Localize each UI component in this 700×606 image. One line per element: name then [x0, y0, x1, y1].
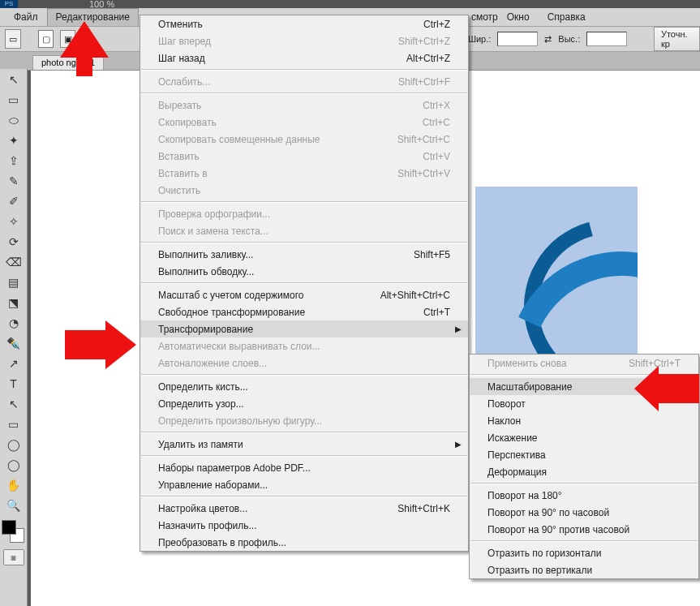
edit-menu-item-32[interactable]: Управление наборами...: [140, 476, 468, 493]
tool-8[interactable]: ⟳: [2, 232, 26, 251]
edit-menu-item-17[interactable]: Выполнить обводку...: [140, 263, 468, 280]
transform-submenu-item-11[interactable]: Поворот на 90° против часовой: [470, 521, 698, 538]
height-label: Выс.:: [558, 34, 580, 44]
menu-item-label: Отразить по вертикали: [487, 565, 592, 576]
swap-wh-icon[interactable]: ⇄: [544, 34, 552, 45]
menu-window[interactable]: Окно: [498, 8, 539, 26]
tool-11[interactable]: ⬔: [2, 293, 26, 312]
menu-item-shortcut: Shift+Ctrl+K: [397, 503, 450, 514]
color-swatches[interactable]: [2, 520, 24, 543]
edit-menu-item-19[interactable]: Масштаб с учетом содержимогоAlt+Shift+Ct…: [140, 286, 468, 303]
tool-5[interactable]: ✎: [2, 171, 26, 191]
width-input[interactable]: [497, 32, 538, 46]
edit-menu-item-23: Автоналожение слоев...: [140, 355, 468, 372]
menu-item-label: Вставить: [158, 151, 200, 162]
edit-menu-separator: [141, 242, 467, 243]
tool-14[interactable]: ↗: [2, 354, 26, 373]
menu-item-label: Шаг вперед: [158, 36, 211, 47]
menu-item-label: Шаг назад: [158, 53, 205, 64]
transform-submenu-item-10[interactable]: Поворот на 90° по часовой: [470, 504, 698, 521]
tool-19[interactable]: ◯: [2, 455, 26, 475]
edit-menu-item-22: Автоматически выравнивать слои...: [140, 337, 468, 355]
tool-6[interactable]: ✐: [2, 191, 26, 211]
menu-item-shortcut: Alt+Ctrl+Z: [406, 53, 450, 64]
menu-help[interactable]: Справка: [539, 8, 595, 26]
height-input[interactable]: [586, 32, 627, 46]
menu-item-label: Автоматически выравнивать слои...: [158, 341, 320, 352]
menu-item-label: Проверка орфографии...: [158, 208, 270, 220]
edit-menu-item-20[interactable]: Свободное трансформированиеCtrl+T: [140, 303, 468, 320]
transform-submenu-item-3[interactable]: Поворот: [470, 395, 698, 412]
tool-15[interactable]: T: [2, 374, 26, 393]
menu-item-label: Поворот: [487, 398, 526, 410]
edit-menu-item-34[interactable]: Настройка цветов...Shift+Ctrl+K: [140, 500, 468, 517]
tool-10[interactable]: ▤: [2, 273, 26, 292]
ps-logo: PS: [0, 0, 18, 8]
menu-item-label: Выполнить обводку...: [158, 266, 254, 277]
edit-menu-item-29[interactable]: Удалить из памяти▶: [140, 436, 468, 453]
edit-menu-item-21[interactable]: Трансформирование▶: [140, 320, 468, 337]
edit-menu-item-16[interactable]: Выполнить заливку...Shift+F5: [140, 246, 468, 263]
menu-item-label: Поворот на 180°: [487, 490, 562, 501]
menu-item-shortcut: Ctrl+X: [423, 100, 450, 111]
edit-menu-item-25[interactable]: Определить кисть...: [140, 378, 468, 395]
tool-3[interactable]: ✦: [2, 131, 26, 150]
menu-item-label: Определить кисть...: [158, 381, 248, 393]
menu-item-label: Масштабирование: [487, 381, 572, 393]
menu-item-label: Отразить по горизонтали: [487, 548, 601, 559]
quick-mask-icon[interactable]: ◙: [3, 549, 24, 565]
tool-16[interactable]: ↖: [2, 394, 26, 414]
edit-menu-item-0[interactable]: ОтменитьCtrl+Z: [140, 15, 468, 32]
edit-menu-item-31[interactable]: Наборы параметров Adobe PDF...: [140, 459, 468, 476]
edit-menu-separator: [141, 374, 467, 376]
marquee-tool-preset-icon[interactable]: ▭: [5, 29, 21, 49]
tool-20[interactable]: ✋: [2, 475, 26, 495]
menu-item-shortcut: Shift+Ctrl+Z: [398, 36, 450, 47]
tool-0[interactable]: ↖: [2, 70, 26, 89]
app-titlebar: PS 100 %: [0, 0, 700, 8]
edit-menu-item-2[interactable]: Шаг назадAlt+Ctrl+Z: [140, 49, 468, 67]
transform-submenu-separator: [470, 374, 698, 376]
transform-submenu-item-13[interactable]: Отразить по горизонтали: [470, 544, 698, 561]
tool-17[interactable]: ▭: [2, 415, 26, 434]
tool-7[interactable]: ✧: [2, 212, 26, 231]
transform-submenu-item-5[interactable]: Искажение: [470, 429, 698, 446]
tool-21[interactable]: 🔍: [2, 496, 26, 515]
menu-file[interactable]: Файл: [5, 8, 47, 26]
transform-submenu-item-4[interactable]: Наклон: [470, 412, 698, 429]
tool-18[interactable]: ◯: [2, 435, 26, 454]
menu-item-label: Скопировать совмещенные данные: [158, 134, 320, 145]
selection-new-icon[interactable]: ▢: [38, 30, 54, 48]
menu-item-label: Искажение: [487, 432, 538, 444]
transform-submenu-separator: [470, 540, 698, 542]
menu-edit[interactable]: Редактирование: [47, 8, 139, 26]
selection-add-icon[interactable]: ▣: [60, 30, 75, 48]
menu-item-label: Наборы параметров Adobe PDF...: [158, 462, 311, 474]
edit-menu-item-26[interactable]: Определить узор...: [140, 395, 468, 412]
transform-submenu-item-7[interactable]: Деформация: [470, 463, 698, 480]
tool-13[interactable]: ✒️: [2, 333, 26, 353]
edit-menu-item-11: Очистить: [140, 182, 468, 199]
transform-submenu-item-6[interactable]: Перспектива: [470, 446, 698, 463]
menu-item-label: Определить узор...: [158, 398, 244, 410]
tool-12[interactable]: ◔: [2, 313, 26, 333]
tool-9[interactable]: ⌫: [2, 252, 26, 272]
document-tab[interactable]: photo ng @ 1: [32, 55, 104, 70]
menu-item-label: Применить снова: [487, 358, 567, 369]
transform-submenu-item-2[interactable]: Масштабирование: [470, 378, 698, 395]
edit-menu-dropdown: ОтменитьCtrl+ZШаг впередShift+Ctrl+ZШаг …: [140, 15, 469, 552]
edit-menu-item-10: Вставить вShift+Ctrl+V: [140, 165, 468, 182]
menu-item-label: Назначить профиль...: [158, 520, 256, 531]
transform-submenu-item-14[interactable]: Отразить по вертикали: [470, 561, 698, 578]
edit-menu-item-36[interactable]: Преобразовать в профиль...: [140, 534, 468, 551]
tool-1[interactable]: ▭: [2, 90, 26, 110]
transform-submenu-item-9[interactable]: Поворот на 180°: [470, 487, 698, 504]
edit-menu-item-35[interactable]: Назначить профиль...: [140, 517, 468, 534]
menu-item-shortcut: Shift+Ctrl+F: [398, 76, 450, 88]
transform-submenu-separator: [470, 483, 698, 484]
tool-2[interactable]: ⬭: [2, 110, 26, 130]
menu-item-shortcut: Ctrl+Z: [423, 19, 450, 30]
menu-item-label: Деформация: [487, 466, 547, 478]
refine-edge-button[interactable]: Уточн. кр: [654, 27, 700, 51]
tool-4[interactable]: ⇪: [2, 151, 26, 170]
